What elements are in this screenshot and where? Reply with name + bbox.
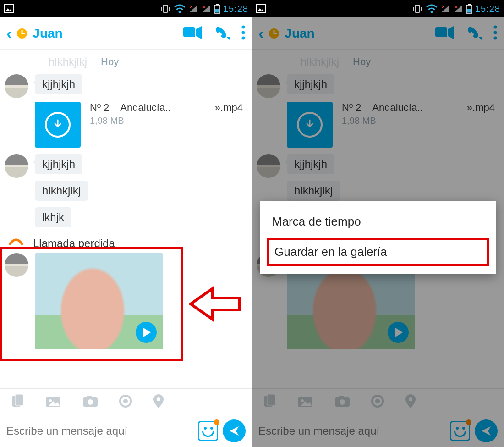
file-name: Andalucía.. xyxy=(120,102,170,114)
svg-rect-20 xyxy=(15,394,23,405)
phone-right: × × 15:28 ‹ Juan hlkhkjlkj Hoy kjjhjkjh … xyxy=(252,0,504,447)
svg-point-29 xyxy=(157,397,160,401)
android-statusbar: × × 15:28 xyxy=(0,0,252,17)
svg-rect-2 xyxy=(163,5,168,12)
message-bubble[interactable]: hlkhkjlkj xyxy=(287,181,340,201)
message-input[interactable] xyxy=(6,425,193,437)
menu-timestamp[interactable]: Marca de tiempo xyxy=(260,207,496,236)
svg-point-22 xyxy=(49,399,52,402)
svg-rect-54 xyxy=(339,396,344,398)
svg-point-3 xyxy=(178,11,181,13)
attach-videomsg-icon[interactable] xyxy=(119,395,132,409)
overflow-menu-button[interactable] xyxy=(241,25,246,42)
attach-location-icon[interactable] xyxy=(153,394,164,410)
svg-point-18 xyxy=(15,238,17,240)
contact-name[interactable]: Juan xyxy=(285,26,314,41)
day-separator: Hoy xyxy=(353,56,371,68)
svg-rect-40 xyxy=(467,9,471,13)
download-button[interactable] xyxy=(35,102,81,148)
missed-call-row[interactable]: Llamada perdida xyxy=(8,237,247,250)
signal2-icon: × xyxy=(453,4,463,13)
voice-call-button[interactable] xyxy=(466,25,482,42)
avatar[interactable] xyxy=(5,253,28,277)
missed-call-label: Llamada perdida xyxy=(33,237,115,250)
svg-point-15 xyxy=(242,25,245,28)
message-bubble[interactable]: lkhjk xyxy=(35,207,71,227)
attachment-bar xyxy=(0,388,252,415)
wifi-icon xyxy=(174,4,186,13)
svg-point-58 xyxy=(409,397,412,401)
attach-camera-icon[interactable] xyxy=(334,395,350,409)
message-bubble[interactable]: kjjhjkjh xyxy=(35,74,82,94)
attach-file-icon[interactable] xyxy=(263,394,277,410)
ghost-old-message: hlkhkjlkj xyxy=(301,55,339,68)
message-bubble[interactable]: kjjhjkjh xyxy=(287,154,334,174)
svg-point-51 xyxy=(301,399,304,402)
message-input-bar xyxy=(252,415,504,447)
svg-point-47 xyxy=(494,36,497,39)
avatar[interactable] xyxy=(257,154,280,178)
svg-rect-9 xyxy=(216,4,219,5)
play-icon[interactable] xyxy=(136,322,157,343)
battery-icon xyxy=(214,4,220,14)
svg-text:×: × xyxy=(203,4,206,10)
message-bubble[interactable]: kjjhjkjh xyxy=(287,74,334,94)
svg-point-45 xyxy=(494,25,497,28)
svg-marker-14 xyxy=(227,37,230,40)
svg-point-57 xyxy=(375,399,380,403)
svg-text:×: × xyxy=(190,4,193,10)
avatar[interactable] xyxy=(257,74,280,98)
attach-videomsg-icon[interactable] xyxy=(371,395,384,409)
message-bubble[interactable]: kjjhjkjh xyxy=(35,154,82,174)
signal2-icon: × xyxy=(201,4,211,13)
ghost-old-message: hlkhkjlkj xyxy=(49,55,87,68)
send-button[interactable] xyxy=(475,419,498,442)
emoji-button[interactable] xyxy=(450,421,470,441)
avatar[interactable] xyxy=(5,74,28,98)
attach-camera-icon[interactable] xyxy=(82,395,98,409)
signal1-icon: × xyxy=(188,4,198,13)
status-clock: 15:28 xyxy=(223,4,248,14)
voice-call-button[interactable] xyxy=(214,25,230,42)
play-icon[interactable] xyxy=(388,322,409,343)
presence-away-icon xyxy=(268,28,280,39)
missed-call-icon xyxy=(8,237,24,250)
back-button[interactable]: ‹ xyxy=(258,24,263,42)
svg-rect-10 xyxy=(215,9,219,13)
download-button[interactable] xyxy=(287,102,333,148)
file-attachment[interactable]: Nº 2Andalucía..».mp4 1,98 MB xyxy=(287,102,499,148)
phone-left: × × 15:28 ‹ Juan hlkhkjlkj xyxy=(0,0,252,447)
video-call-button[interactable] xyxy=(435,26,454,41)
send-button[interactable] xyxy=(223,419,246,442)
svg-marker-44 xyxy=(479,37,482,40)
attach-location-icon[interactable] xyxy=(405,394,416,410)
picture-notification-icon xyxy=(256,4,266,13)
avatar[interactable] xyxy=(5,154,28,178)
svg-point-28 xyxy=(123,399,128,403)
file-number: Nº 2 xyxy=(90,102,109,114)
signal1-icon: × xyxy=(440,4,450,13)
video-message-thumb[interactable] xyxy=(35,253,163,349)
attach-gallery-icon[interactable] xyxy=(298,395,313,409)
svg-marker-1 xyxy=(5,8,12,11)
message-bubble[interactable]: hlkhkjlkj xyxy=(35,181,88,201)
attach-file-icon[interactable] xyxy=(11,394,25,410)
overflow-menu-button[interactable] xyxy=(493,25,498,42)
menu-save-gallery[interactable]: Guardar en la galería xyxy=(267,238,489,266)
android-statusbar: × × 15:28 xyxy=(252,0,504,17)
chat-toolbar: ‹ Juan xyxy=(252,17,504,50)
svg-text:×: × xyxy=(442,4,445,10)
emoji-button[interactable] xyxy=(198,421,218,441)
svg-marker-43 xyxy=(448,26,454,39)
svg-rect-39 xyxy=(468,4,471,5)
file-size: 1,98 MB xyxy=(90,116,247,126)
chat-scroll[interactable]: hlkhkjlkj Hoy kjjhjkjh Nº 2 Andalucía.. … xyxy=(0,50,252,388)
video-call-button[interactable] xyxy=(183,26,202,41)
file-attachment[interactable]: Nº 2 Andalucía.. ».mp4 1,98 MB xyxy=(35,102,247,148)
attach-gallery-icon[interactable] xyxy=(46,395,61,409)
svg-point-16 xyxy=(242,31,245,34)
message-input[interactable] xyxy=(258,425,445,437)
contact-name[interactable]: Juan xyxy=(33,26,62,41)
back-button[interactable]: ‹ xyxy=(6,24,11,42)
svg-point-17 xyxy=(242,36,245,39)
